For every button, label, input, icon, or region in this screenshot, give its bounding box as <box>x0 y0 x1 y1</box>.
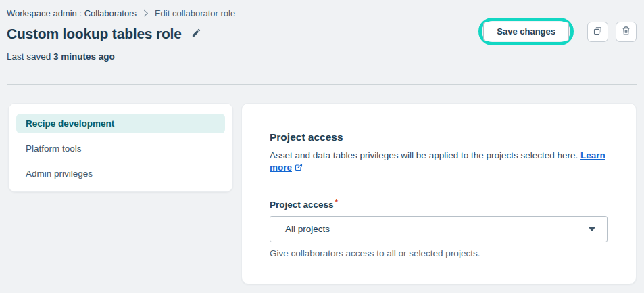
breadcrumb-current: Edit collaborator role <box>155 8 235 18</box>
section-divider <box>270 185 608 185</box>
field-helper-text: Give collaborators access to all or sele… <box>270 248 607 258</box>
last-saved-status: Last saved 3 minutes ago <box>7 51 637 62</box>
breadcrumb: Workspace admin : Collaborators Edit col… <box>7 8 637 18</box>
sidebar-item-admin-privileges[interactable]: Admin privileges <box>16 164 225 183</box>
external-link-icon <box>295 162 303 175</box>
save-button-highlight-ring: Save changes <box>478 18 574 45</box>
page-header: Workspace admin : Collaborators Edit col… <box>7 8 637 62</box>
breadcrumb-root[interactable]: Workspace admin : Collaborators <box>7 8 137 18</box>
page-title: Custom lookup tables role <box>7 26 182 42</box>
role-sections-sidebar: Recipe development Platform tools Admin … <box>8 103 233 192</box>
sidebar-item-label: Admin privileges <box>26 168 93 179</box>
project-access-select[interactable]: All projects <box>270 216 608 242</box>
pencil-icon <box>191 28 201 40</box>
section-description-text: Asset and data tables privileges will be… <box>270 150 578 160</box>
trash-icon <box>621 26 631 38</box>
sidebar-item-platform-tools[interactable]: Platform tools <box>16 139 225 158</box>
edit-title-button[interactable] <box>190 26 203 41</box>
save-changes-button[interactable]: Save changes <box>483 22 569 41</box>
project-access-field-label: Project access* <box>270 200 607 210</box>
duplicate-role-button[interactable] <box>587 22 608 42</box>
delete-role-button[interactable] <box>616 22 637 42</box>
caret-down-icon <box>589 227 595 231</box>
header-actions: Save changes <box>478 18 637 45</box>
select-value: All projects <box>285 224 330 234</box>
actions-divider <box>578 22 578 41</box>
section-title: Project access <box>270 131 607 143</box>
required-marker: * <box>335 198 339 207</box>
last-saved-value: 3 minutes ago <box>53 51 115 62</box>
section-description: Asset and data tables privileges will be… <box>270 150 607 175</box>
chevron-right-icon <box>142 9 149 17</box>
sidebar-item-label: Platform tools <box>26 143 82 154</box>
sidebar-item-recipe-development[interactable]: Recipe development <box>16 114 225 133</box>
header-divider <box>7 84 637 85</box>
project-access-panel: Project access Asset and data tables pri… <box>241 103 637 284</box>
field-label-text: Project access <box>270 200 334 210</box>
sidebar-item-label: Recipe development <box>26 118 114 129</box>
last-saved-prefix: Last saved <box>7 51 51 62</box>
copy-icon <box>593 26 603 38</box>
